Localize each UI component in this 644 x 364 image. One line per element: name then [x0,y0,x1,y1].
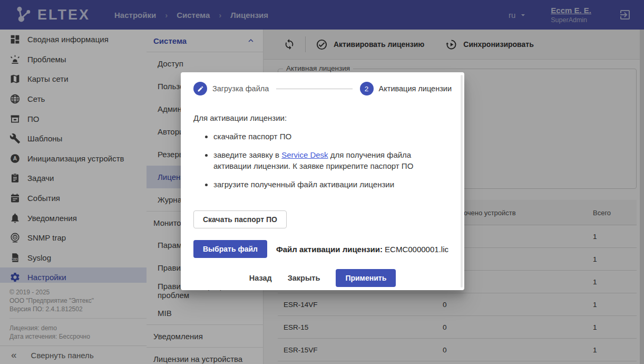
list-item: скачайте паспорт ПО [213,131,452,142]
activation-file-text: Файл активации лицензии: ECMC0000001.lic [276,245,448,254]
step-activate-license[interactable]: 2 Активация лицензии [360,82,452,95]
step-label: Активация лицензии [379,84,452,93]
activation-file-name: ECMC0000001.lic [383,245,448,254]
download-passport-button[interactable]: Скачать паспорт ПО [193,210,287,228]
step-upload-file[interactable]: Загрузка файла [193,82,269,95]
app-root: ELTEX Настройки › Система › Лицензия ru … [0,0,644,364]
license-activation-dialog: Загрузка файла 2 Активация лицензии Для … [181,72,464,290]
apply-button[interactable]: Применить [336,269,396,287]
pencil-icon [193,82,207,95]
activation-instructions-title: Для активации лицензии: [193,113,452,122]
file-selection-row: Выбрать файл Файл активации лицензии: EC… [193,240,452,258]
step-connector [276,89,352,89]
service-desk-link[interactable]: Service Desk [281,150,328,159]
list-item-text: заведите заявку в [213,150,281,159]
activation-file-label: Файл активации лицензии: [276,245,383,254]
choose-file-button[interactable]: Выбрать файл [193,240,267,258]
step-number: 2 [360,82,374,95]
stepper: Загрузка файла 2 Активация лицензии [193,82,452,95]
close-button[interactable]: Закрыть [288,274,320,282]
dialog-actions: Назад Закрыть Применить [193,269,452,287]
back-button[interactable]: Назад [249,274,272,282]
list-item: загрузите полученный файл активации лице… [213,179,452,190]
step-label: Загрузка файла [212,84,269,93]
list-item-text: загрузите полученный файл активации лице… [213,180,394,189]
modal-scrollbar[interactable] [461,75,463,288]
list-item-text: скачайте паспорт ПО [213,132,291,141]
list-item: заведите заявку в Service Desk для получ… [213,149,452,171]
activation-steps-list: скачайте паспорт ПО заведите заявку в Se… [193,131,452,190]
